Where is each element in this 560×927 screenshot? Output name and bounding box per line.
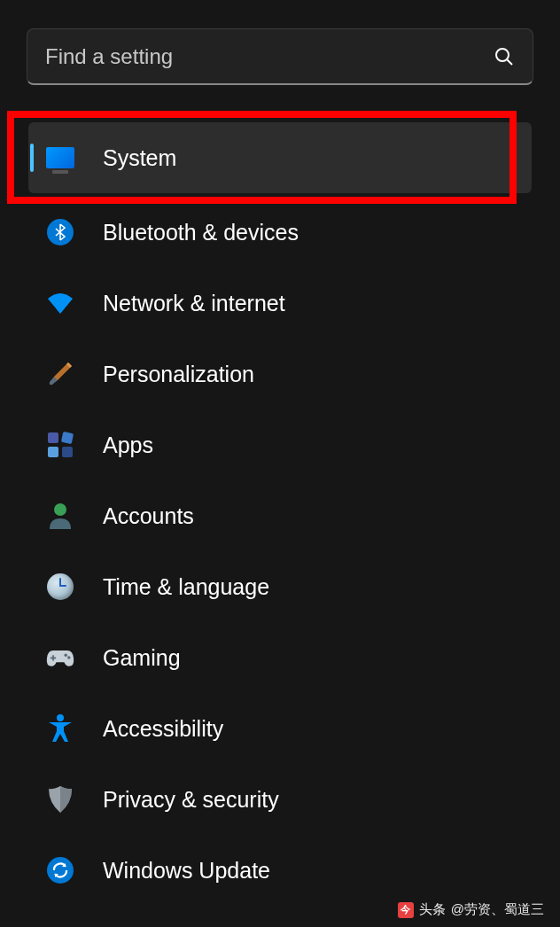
nav-label: Windows Update (103, 858, 270, 884)
search-icon (494, 46, 515, 67)
nav-label: Accessibility (103, 716, 223, 742)
gamepad-icon (46, 643, 74, 672)
watermark-logo: 今 (398, 902, 414, 918)
svg-point-2 (54, 503, 66, 516)
nav-item-accounts[interactable]: Accounts (28, 480, 532, 551)
bluetooth-icon (46, 218, 74, 246)
apps-icon (46, 431, 74, 459)
nav-item-accessibility[interactable]: Accessibility (28, 693, 532, 764)
svg-point-0 (496, 49, 509, 61)
nav-item-apps[interactable]: Apps (28, 409, 532, 480)
wifi-icon (46, 289, 74, 317)
watermark: 今 头条 @劳资、蜀道三 (398, 901, 544, 918)
nav-item-network[interactable]: Network & internet (28, 268, 532, 339)
nav-label: Accounts (103, 503, 194, 529)
nav-label: System (103, 145, 176, 171)
svg-point-4 (67, 656, 71, 659)
nav-item-bluetooth[interactable]: Bluetooth & devices (28, 197, 532, 268)
settings-nav: System Bluetooth & devices Network & int… (0, 122, 560, 906)
svg-line-1 (508, 59, 513, 65)
nav-label: Network & internet (103, 291, 285, 316)
nav-label: Personalization (103, 362, 254, 387)
nav-label: Gaming (103, 645, 181, 671)
nav-item-windows-update[interactable]: Windows Update (28, 835, 532, 906)
svg-point-7 (57, 714, 64, 721)
nav-item-time-language[interactable]: Time & language (28, 551, 532, 622)
nav-item-gaming[interactable]: Gaming (28, 622, 532, 693)
nav-item-system[interactable]: System (28, 122, 532, 193)
update-icon (46, 856, 74, 884)
watermark-text: @劳资、蜀道三 (451, 901, 544, 918)
brush-icon (46, 360, 74, 388)
watermark-prefix: 头条 (419, 901, 446, 918)
nav-item-personalization[interactable]: Personalization (28, 339, 532, 409)
nav-label: Time & language (103, 574, 269, 600)
accessibility-icon (46, 714, 74, 743)
clock-icon (46, 573, 74, 601)
person-icon (46, 502, 74, 530)
monitor-icon (46, 144, 74, 172)
shield-icon (46, 785, 74, 814)
svg-rect-6 (51, 658, 56, 659)
search-input[interactable] (45, 44, 494, 69)
nav-item-privacy[interactable]: Privacy & security (28, 764, 532, 835)
svg-point-3 (64, 654, 67, 658)
nav-label: Privacy & security (103, 787, 279, 813)
nav-label: Bluetooth & devices (103, 220, 299, 245)
nav-label: Apps (103, 432, 153, 458)
search-box[interactable] (27, 28, 533, 85)
